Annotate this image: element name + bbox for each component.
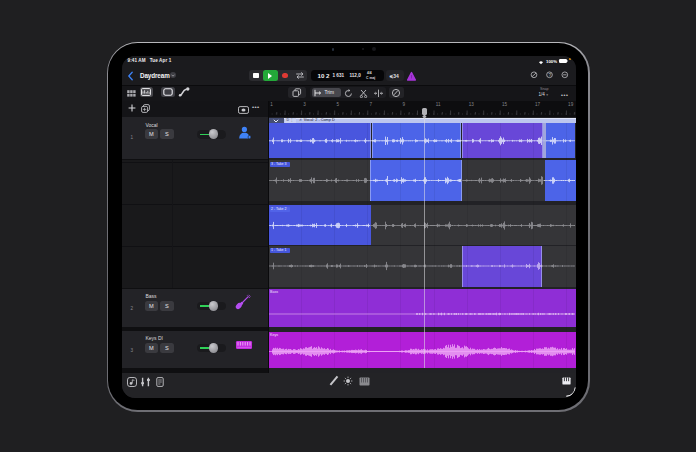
svg-text:?: ? (548, 72, 551, 77)
